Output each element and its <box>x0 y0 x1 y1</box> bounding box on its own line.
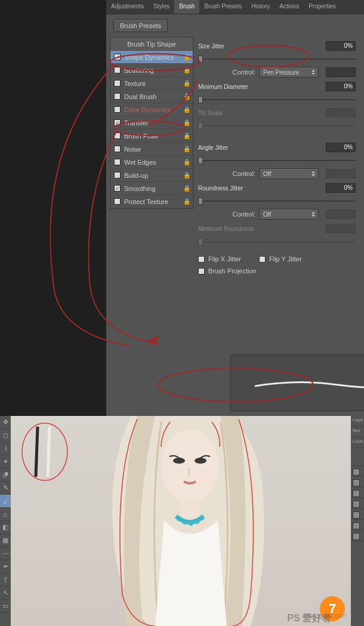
flip-x-jitter-checkbox[interactable] <box>198 256 205 263</box>
minimum-roundness-label: Minimum Roundness <box>198 226 326 232</box>
size-jitter-value[interactable]: 0% <box>326 41 356 51</box>
control-value-box[interactable] <box>326 67 356 77</box>
lock-icon[interactable]: 🔒 <box>183 185 190 192</box>
scattering-checkbox[interactable] <box>114 67 121 73</box>
marquee-tool-icon[interactable]: ◻ <box>0 429 11 442</box>
panel-tabs: Adjustments Styles Brush Brush Presets H… <box>106 0 364 14</box>
noise[interactable]: Noise🔒 <box>110 143 193 156</box>
smoothing[interactable]: ✓Smoothing🔒 <box>110 182 193 195</box>
minimum-diameter-slider[interactable] <box>198 95 356 104</box>
brush-pose-checkbox[interactable] <box>114 132 121 139</box>
shape-tool-icon[interactable]: ▭ <box>0 600 11 613</box>
angle-jitter-slider[interactable] <box>198 156 356 165</box>
color-dynamics[interactable]: Color Dynamics🔒 <box>110 103 193 116</box>
dual-brush[interactable]: Dual Brush🔒 <box>110 90 193 103</box>
type-tool-icon[interactable]: T <box>0 573 11 587</box>
noise-checkbox[interactable] <box>114 146 121 152</box>
brush-tip-shape[interactable]: Brush Tip Shape <box>110 38 193 51</box>
brush-pose[interactable]: Brush Pose🔒 <box>110 129 193 143</box>
scattering-label: Scattering <box>124 67 154 74</box>
roundness-control-dropdown[interactable]: Off <box>259 209 319 220</box>
color-dynamics-checkbox[interactable] <box>114 106 121 113</box>
pen-tool-icon[interactable]: ✒ <box>0 560 11 573</box>
gradient-tool-icon[interactable]: ▦ <box>0 534 11 547</box>
build-up-checkbox[interactable] <box>114 172 121 178</box>
tab-styles[interactable]: Styles <box>149 0 174 14</box>
stamp-tool-icon[interactable]: ⎌ <box>0 508 11 521</box>
control-dropdown-pen-pressure[interactable]: Pen Pressure <box>259 67 319 78</box>
slider-thumb[interactable] <box>198 157 203 164</box>
shape-dynamics[interactable]: ✓Shape Dynamics🔒 <box>110 51 193 64</box>
shape-dynamics-checkbox[interactable]: ✓ <box>114 54 121 60</box>
roundness-jitter-slider[interactable] <box>198 197 356 205</box>
lock-icon[interactable]: 🔒 <box>183 198 190 205</box>
build-up[interactable]: Build-up🔒 <box>110 169 193 182</box>
svg-point-8 <box>177 516 181 521</box>
visibility-toggle-icon[interactable] <box>353 501 360 508</box>
document-canvas[interactable]: ✥ ◻ ⌇ ✦ ⮻ ✎ 🖌 ⎌ ◧ ▦ 〰 ✒ T ↖ ▭ <box>0 416 364 626</box>
tab-brush[interactable]: Brush <box>174 0 199 14</box>
brush-tool-icon[interactable]: 🖌 <box>0 495 11 508</box>
blend-mode-dropdown[interactable]: Nor <box>351 427 364 437</box>
lock-icon[interactable]: 🔒 <box>183 106 190 113</box>
texture[interactable]: Texture🔒 <box>110 77 193 90</box>
slider-thumb[interactable] <box>198 198 203 205</box>
visibility-toggle-icon[interactable] <box>353 490 360 497</box>
transfer-checkbox[interactable]: ✓ <box>114 119 121 126</box>
protect-texture[interactable]: Protect Texture🔒 <box>110 195 193 208</box>
tab-actions[interactable]: Actions <box>274 0 304 14</box>
brush-projection-checkbox[interactable] <box>198 268 205 275</box>
eyedropper-tool-icon[interactable]: ✎ <box>0 482 11 495</box>
blur-tool-icon[interactable]: 〰 <box>0 547 11 560</box>
lock-icon[interactable]: 🔒 <box>183 119 190 126</box>
dual-brush-checkbox[interactable] <box>114 93 121 100</box>
wet-edges-label: Wet Edges <box>124 159 156 166</box>
lock-icon[interactable]: 🔒 <box>183 132 190 139</box>
lock-icon[interactable]: 🔒 <box>183 67 190 73</box>
minimum-roundness-value <box>326 224 356 233</box>
size-jitter-slider[interactable] <box>198 55 356 63</box>
tab-properties[interactable]: Properties <box>304 0 341 14</box>
angle-jitter-value[interactable]: 0% <box>326 143 356 152</box>
angle-control-dropdown[interactable]: Off <box>259 168 319 179</box>
transfer[interactable]: ✓Transfer🔒 <box>110 116 193 129</box>
minimum-diameter-value[interactable]: 0% <box>326 82 356 91</box>
protect-texture-checkbox[interactable] <box>114 198 121 205</box>
lasso-tool-icon[interactable]: ⌇ <box>0 442 11 455</box>
texture-checkbox[interactable] <box>114 80 121 87</box>
move-tool-icon[interactable]: ✥ <box>0 416 11 429</box>
layers-tab[interactable]: Laye <box>351 416 364 427</box>
slider-thumb[interactable] <box>198 96 203 103</box>
visibility-toggle-icon[interactable] <box>353 522 360 529</box>
roundness-jitter-label: Roundness Jitter <box>198 185 326 192</box>
lock-icon[interactable]: 🔒 <box>183 80 190 87</box>
lock-icon[interactable]: 🔒 <box>183 159 190 165</box>
slider-thumb[interactable] <box>198 55 203 63</box>
wet-edges[interactable]: Wet Edges🔒 <box>110 156 193 169</box>
wand-tool-icon[interactable]: ✦ <box>0 455 11 468</box>
visibility-toggle-icon[interactable] <box>353 468 360 476</box>
lock-icon[interactable]: 🔒 <box>183 146 190 152</box>
scattering[interactable]: Scattering🔒 <box>110 64 193 77</box>
lock-icon[interactable]: 🔒 <box>183 172 190 178</box>
brush-presets-button[interactable]: Brush Presets <box>113 19 168 32</box>
visibility-toggle-icon[interactable] <box>353 511 360 519</box>
flip-y-jitter-checkbox[interactable] <box>259 256 266 263</box>
size-jitter-label: Size Jitter <box>198 43 326 50</box>
svg-rect-7 <box>181 499 199 517</box>
tab-history[interactable]: History <box>246 0 274 14</box>
eraser-tool-icon[interactable]: ◧ <box>0 521 11 534</box>
tab-brush-presets[interactable]: Brush Presets <box>199 0 246 14</box>
path-tool-icon[interactable]: ↖ <box>0 587 11 600</box>
visibility-toggle-icon[interactable] <box>353 479 360 486</box>
lock-icon[interactable]: 🔒 <box>183 54 190 60</box>
smoothing-checkbox[interactable]: ✓ <box>114 185 121 192</box>
wet-edges-checkbox[interactable] <box>114 159 121 165</box>
roundness-jitter-value[interactable]: 0% <box>326 183 356 193</box>
crop-tool-icon[interactable]: ⮻ <box>0 468 11 482</box>
visibility-toggle-icon[interactable] <box>353 533 360 540</box>
stroke-samples <box>21 422 69 488</box>
lock-icon[interactable]: 🔒 <box>183 93 190 100</box>
transfer-label: Transfer <box>124 119 149 127</box>
tab-adjustments[interactable]: Adjustments <box>106 0 149 14</box>
